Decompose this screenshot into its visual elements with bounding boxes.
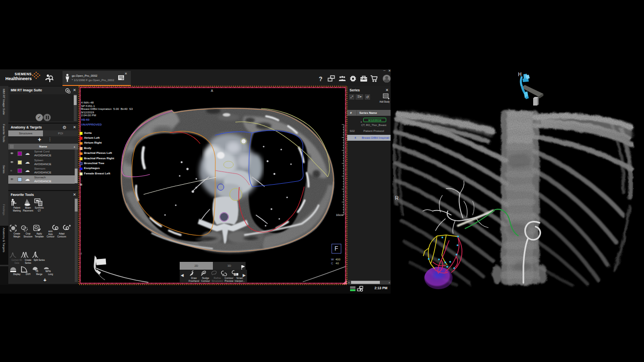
svg-text:%: % [35, 269, 38, 273]
svg-text:4D: 4D [234, 273, 238, 276]
svg-text:H: H [518, 72, 521, 77]
svg-text:R: R [395, 195, 398, 201]
svg-text:W%: W% [45, 270, 51, 273]
